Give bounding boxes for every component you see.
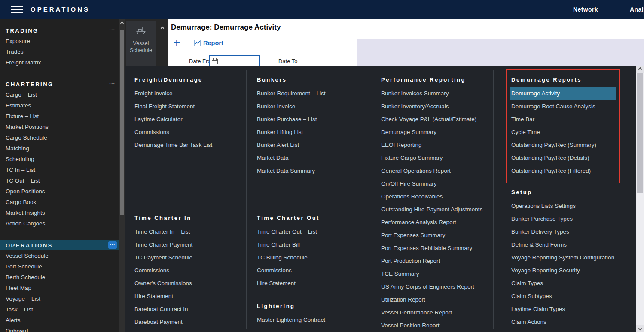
menu-item[interactable]: Outstanding Hire-Payment Adjustments [381, 203, 494, 216]
menu-item[interactable]: Laytime Calculator [134, 113, 243, 126]
sidebar-item[interactable]: TC Out – List [0, 175, 119, 186]
menu-item[interactable]: Time Charter Bill [257, 238, 365, 251]
sidebar-item[interactable]: Estimates [0, 100, 119, 111]
menu-item[interactable]: Market Data Summary [257, 164, 365, 177]
sidebar-scrollbar[interactable] [119, 19, 125, 332]
date-from-input[interactable] [209, 55, 260, 67]
sidebar-item[interactable]: Alerts [0, 315, 119, 326]
date-to-input[interactable] [298, 56, 351, 66]
menu-item[interactable]: TC Payment Schedule [134, 251, 243, 264]
menu-item[interactable]: Port Expenses Summary [381, 229, 494, 242]
menu-item[interactable]: Vessel Performance Report [381, 306, 494, 319]
menu-item[interactable]: Time Bar [511, 113, 619, 126]
sidebar-item[interactable]: Scheduling [0, 154, 119, 164]
sidebar-item[interactable]: Voyage – List [0, 293, 119, 304]
sidebar-item[interactable]: Trades [0, 46, 119, 57]
more-options-icon[interactable]: ··· [109, 79, 115, 89]
sidebar-section-header-selected[interactable]: OPERATIONS ··· [0, 240, 119, 250]
menu-item[interactable]: Voyage Reporting Security [511, 264, 619, 277]
menu-item[interactable]: Bunker Requirement – List [257, 87, 365, 100]
menu-item[interactable]: Commissions [257, 264, 365, 277]
menu-item[interactable]: Time Charter Payment [134, 238, 243, 251]
menu-item[interactable]: Check Voyage P&L (Actual/Estimate) [381, 113, 494, 126]
menu-item[interactable]: Outstanding Pay/Rec (Filtered) [511, 164, 619, 177]
menu-item[interactable]: TC Billing Schedule [257, 251, 365, 264]
sidebar-item[interactable]: Fixture – List [0, 111, 119, 122]
report-button[interactable]: Report [194, 40, 223, 46]
more-options-icon[interactable]: ··· [108, 241, 117, 249]
menu-item[interactable]: Port Expenses Rebillable Summary [381, 242, 494, 255]
menu-item[interactable]: Bunker Invoices Summary [381, 87, 494, 100]
menu-item[interactable]: Define & Send Forms [511, 238, 619, 251]
sidebar-item[interactable]: Cargo Book [0, 197, 119, 207]
menu-item[interactable]: Claim Actions [511, 316, 619, 329]
sidebar-item[interactable]: Port Schedule [0, 261, 119, 272]
menu-item[interactable]: Performance Analysis Report [381, 216, 494, 229]
menu-item[interactable]: Demurrage Time Bar Task List [134, 139, 243, 152]
menu-item[interactable]: EEOI Reporting [381, 139, 494, 152]
sidebar-item[interactable]: Vessel Schedule [0, 250, 119, 261]
menu-item[interactable]: Claim Types [511, 277, 619, 290]
menu-item[interactable]: Master Lightering Contract [257, 314, 365, 326]
menu-item[interactable]: General Operations Report [381, 164, 494, 177]
menu-item[interactable]: Operations Lists Settings [511, 200, 619, 213]
menu-item[interactable]: Outstanding Pay/Rec (Summary) [511, 139, 619, 152]
menu-item[interactable]: Bunker Alert List [257, 139, 365, 152]
sidebar-item[interactable]: Exposure [0, 36, 119, 46]
menu-item[interactable]: Time Charter Out – List [257, 225, 365, 238]
menu-item[interactable]: Bareboat Contract In [134, 303, 243, 316]
add-button[interactable]: + [173, 37, 180, 49]
menu-item[interactable]: TCE Summary [381, 268, 494, 280]
sidebar-item[interactable]: Cargo – List [0, 89, 119, 100]
sidebar-item[interactable]: Market Positions [0, 122, 119, 132]
sidebar-item[interactable]: Task – List [0, 304, 119, 315]
sidebar-item[interactable]: Fleet Map [0, 283, 119, 293]
menu-scrollbar[interactable] [636, 66, 644, 332]
topnav-network[interactable]: Network [573, 6, 598, 13]
menu-item[interactable]: Freight Invoice [134, 87, 243, 100]
menu-item[interactable]: Utilization Report [381, 293, 494, 306]
menu-item[interactable]: Bunker Purchase Types [511, 213, 619, 225]
sidebar-item[interactable]: Freight Matrix [0, 57, 119, 68]
sidebar-item[interactable]: Market Insights [0, 207, 119, 218]
sidebar-item[interactable]: Matching [0, 143, 119, 154]
menu-item[interactable]: Commissions [134, 264, 243, 277]
menu-item[interactable]: Voyage Reporting System Configuration [511, 251, 619, 264]
menu-item[interactable]: Claim Subtypes [511, 290, 619, 303]
menu-item[interactable]: Owner's Commissions [134, 277, 243, 290]
menu-item[interactable]: Laytime Claim Types [511, 303, 619, 316]
menu-item[interactable]: Port Production Report [381, 255, 494, 268]
menu-item[interactable]: Demurrage Root Cause Analysis [511, 100, 619, 113]
menu-item[interactable]: Hire Statement [134, 290, 243, 303]
menu-item[interactable]: Final Freight Statement [134, 100, 243, 113]
menu-item[interactable]: Bunker Delivery Types [511, 225, 619, 238]
menu-item[interactable]: Bunker Purchase – List [257, 113, 365, 126]
sidebar-item[interactable]: TC In – List [0, 164, 119, 175]
tab-vessel-schedule[interactable]: Vessel Schedule [126, 21, 156, 66]
menu-item[interactable]: Bunker Inventory/Accruals [381, 100, 494, 113]
menu-item[interactable]: Demurrage Summary [381, 126, 494, 139]
menu-item[interactable]: Time Charter In – List [134, 225, 243, 238]
menu-item[interactable]: Cycle Time [511, 126, 619, 139]
sidebar-item[interactable]: Open Positions [0, 186, 119, 197]
sidebar-item[interactable]: Berth Schedule [0, 272, 119, 283]
topnav-analytics[interactable]: Analytics [630, 6, 644, 13]
menu-item[interactable]: Demurrage Activity [510, 87, 616, 100]
menu-item[interactable]: Bareboat Payment [134, 316, 243, 329]
sidebar-item[interactable]: Action Cargoes [0, 218, 119, 229]
menu-item[interactable]: Fixture Cargo Summary [381, 152, 494, 164]
menu-item[interactable]: Vessel Position Report [381, 319, 494, 332]
scroll-down-icon[interactable] [636, 325, 644, 332]
tabs-scroll-up-icon[interactable] [161, 24, 164, 31]
more-options-icon[interactable]: ··· [109, 25, 115, 36]
scrollbar-thumb[interactable] [120, 30, 124, 215]
scroll-up-icon[interactable] [636, 66, 644, 73]
menu-item[interactable]: Operations Receivables [381, 190, 494, 203]
menu-item[interactable]: Commissions [134, 126, 243, 139]
menu-item[interactable]: Hire Statement [257, 277, 365, 290]
scrollbar-thumb[interactable] [637, 73, 643, 193]
menu-item[interactable]: Bunker Lifting List [257, 126, 365, 139]
sidebar-item[interactable]: Cargo Schedule [0, 132, 119, 143]
menu-item[interactable]: On/Off Hire Summary [381, 177, 494, 190]
scroll-up-icon[interactable] [119, 20, 125, 26]
